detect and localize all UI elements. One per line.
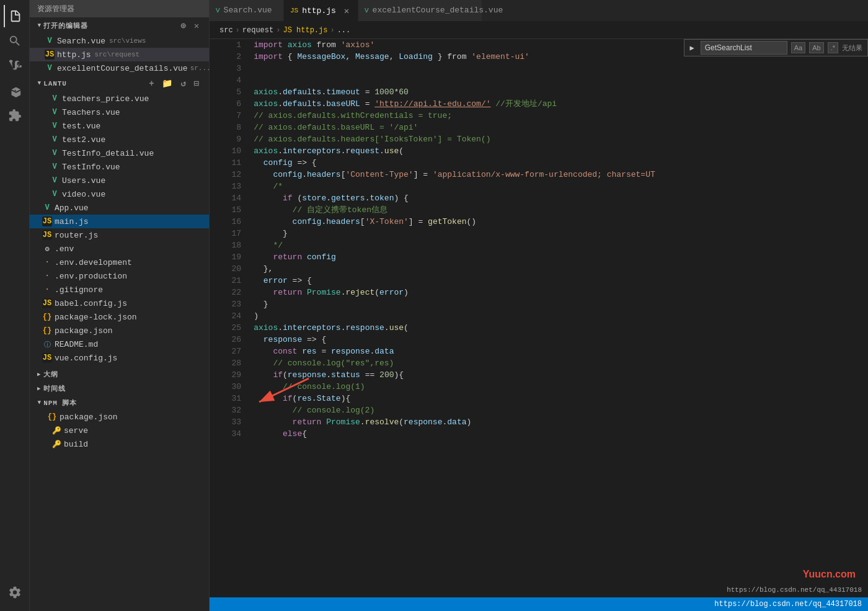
tab-close-http[interactable]: ✕ — [342, 6, 352, 16]
file-vue-config[interactable]: JS vue.config.js — [30, 351, 209, 365]
file-testinfo[interactable]: V TestInfo.vue — [30, 160, 209, 174]
refresh-icon[interactable]: ↺ — [179, 78, 188, 89]
code-line-13: 13 /* — [210, 181, 868, 192]
code-line-32: 32 // console.log(2) — [210, 404, 868, 416]
js-icon-1: JS — [42, 216, 52, 226]
env-icon-2: · — [42, 257, 52, 267]
timeline-section[interactable]: ▶ 时间线 — [30, 381, 209, 396]
timeline-chevron: ▶ — [37, 385, 41, 392]
file-test2[interactable]: V test2.vue — [30, 133, 209, 146]
code-line-3: 3 — [210, 63, 868, 74]
search-icon[interactable] — [4, 30, 26, 52]
new-folder-icon[interactable]: 📁 — [160, 78, 175, 89]
file-babel[interactable]: JS babel.config.js — [30, 297, 209, 310]
code-line-9: 9 // axios.defaults.headers['IsoksToken'… — [210, 133, 868, 145]
search-regex-btn[interactable]: .* — [828, 42, 838, 53]
vue-file-icon: V — [45, 36, 55, 46]
file-env[interactable]: ⚙ .env — [30, 242, 209, 256]
code-line-14: 14 if (store.getters.token) { — [210, 192, 868, 204]
editor-area: V Search.vue JS http.js ✕ V excellentCou… — [210, 0, 868, 611]
file-users[interactable]: V Users.vue — [30, 174, 209, 187]
code-line-10: 10 axios.interceptors.request.use( — [210, 145, 868, 157]
file-env-dev[interactable]: · .env.development — [30, 256, 209, 269]
open-editors-chevron: ▶ — [36, 24, 43, 27]
code-line-22: 22 return Promise.reject(error) — [210, 287, 868, 298]
code-line-6: 6 axios.defaults.baseURL = 'http://api.l… — [210, 98, 868, 110]
script-icon-1: 🔑 — [52, 426, 61, 435]
env-icon-4: · — [42, 285, 52, 295]
code-line-21: 21 error => { — [210, 275, 868, 287]
open-editors-section[interactable]: ▶ 打开的编辑器 ⊕ ✕ — [30, 17, 209, 34]
file-gitignore[interactable]: · .gitignore — [30, 283, 209, 297]
tab-http-js[interactable]: JS http.js ✕ — [284, 0, 358, 21]
save-all-icon[interactable]: ⊕ — [179, 20, 188, 32]
vue-icon-8: V — [50, 189, 60, 199]
file-tree: ▶ 打开的编辑器 ⊕ ✕ V Search.vue src\views JS h… — [30, 17, 209, 611]
new-file-icon[interactable]: + — [147, 78, 156, 89]
code-line-20: 20 }, — [210, 263, 868, 275]
env-icon-1: ⚙ — [42, 244, 52, 254]
outline-chevron: ▶ — [37, 371, 41, 378]
file-test[interactable]: V test.vue — [30, 119, 209, 133]
files-icon[interactable] — [4, 5, 26, 27]
file-package-lock[interactable]: {} package-lock.json — [30, 310, 209, 324]
search-widget: ▶ Aa Ab .* 无结果 — [684, 39, 868, 56]
tab-vue-icon-1: V — [216, 7, 220, 14]
vue-icon-7: V — [50, 176, 60, 185]
vue-icon-2: V — [50, 107, 60, 117]
code-line-27: 27 const res = response.data — [210, 346, 868, 357]
file-teachers[interactable]: V Teachers.vue — [30, 105, 209, 119]
file-app-vue[interactable]: V App.vue — [30, 201, 209, 215]
open-editor-search-vue[interactable]: V Search.vue src\views — [30, 34, 209, 48]
code-line-33: 33 return Promise.resolve(response.data) — [210, 416, 868, 428]
md-icon: ⓘ — [42, 339, 52, 349]
search-word-btn[interactable]: Ab — [809, 42, 823, 53]
file-video[interactable]: V video.vue — [30, 187, 209, 201]
run-icon[interactable] — [4, 79, 26, 102]
file-router-js[interactable]: JS router.js — [30, 228, 209, 242]
vue-file-icon2: V — [45, 63, 55, 73]
file-testinfo-detail[interactable]: V TestInfo_detail.vue — [30, 146, 209, 160]
npm-script-build[interactable]: 🔑 build — [30, 437, 209, 451]
file-env-prod[interactable]: · .env.production — [30, 269, 209, 283]
close-all-icon[interactable]: ✕ — [192, 20, 202, 32]
code-line-19: 19 return config — [210, 251, 868, 263]
code-line-34: 34 else{ — [210, 428, 868, 440]
code-line-4: 4 — [210, 74, 868, 86]
search-input[interactable] — [701, 41, 787, 55]
code-line-5: 5 axios.defaults.timeout = 1000*60 — [210, 86, 868, 98]
file-teachers-price[interactable]: V teachers_price.vue — [30, 92, 209, 105]
open-editor-http-js[interactable]: JS http.js src\request — [30, 48, 209, 61]
code-line-17: 17 } — [210, 228, 868, 239]
outline-section[interactable]: ▶ 大纲 — [30, 367, 209, 381]
status-right: https://blog.csdn.net/qq_44317018 — [714, 600, 862, 609]
source-control-icon[interactable] — [4, 55, 26, 77]
tab-excellent-vue[interactable]: V excellentCourse_details.vue — [358, 0, 482, 21]
code-line-26: 26 response => { — [210, 334, 868, 346]
settings-icon[interactable] — [4, 581, 26, 604]
project-chevron: ▶ — [36, 81, 43, 85]
npm-package-json[interactable]: {} package.json — [30, 410, 209, 424]
search-result: 无结果 — [842, 43, 862, 53]
search-case-btn[interactable]: Aa — [791, 42, 805, 53]
npm-section[interactable]: ▶ NPM 脚本 — [30, 396, 209, 410]
collapse-icon[interactable]: ⊟ — [192, 78, 202, 89]
tab-search-vue[interactable]: V Search.vue — [210, 0, 284, 21]
file-package-json[interactable]: {} package.json — [30, 324, 209, 337]
project-section[interactable]: ▶ LANTU + 📁 ↺ ⊟ — [30, 75, 209, 92]
vue-icon-3: V — [50, 121, 60, 131]
extensions-icon[interactable] — [4, 104, 26, 127]
code-editor[interactable]: 1 import axios from 'axios' 2 import { M… — [210, 39, 868, 597]
open-editor-excellent-vue[interactable]: V excellentCourse_details.vue sr... 1 — [30, 61, 209, 75]
code-line-7: 7 // axios.defaults.withCredentials = tr… — [210, 110, 868, 122]
search-label: ▶ — [689, 43, 694, 53]
sidebar-top-title: 资源管理器 — [30, 0, 209, 17]
js-icon-2: JS — [42, 230, 52, 240]
file-main-js[interactable]: JS main.js — [30, 215, 209, 228]
code-line-30: 30 // console.log(1) — [210, 381, 868, 393]
npm-script-serve[interactable]: 🔑 serve — [30, 424, 209, 437]
vue-icon-6: V — [50, 162, 60, 172]
json-icon-2: {} — [42, 326, 52, 336]
code-line-16: 16 config.headers['X-Token'] = getToken(… — [210, 216, 868, 228]
file-readme[interactable]: ⓘ README.md — [30, 337, 209, 351]
